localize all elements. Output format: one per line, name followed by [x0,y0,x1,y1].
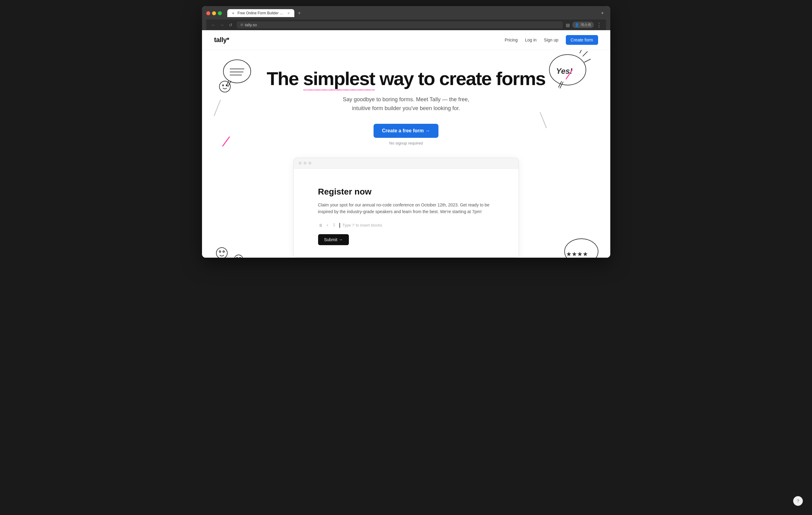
browser-window: ✳ Free Online Form Builder | Ta... ✕ + ▾… [202,6,610,258]
new-tab-button[interactable]: + [295,9,303,17]
tabs-dropdown-icon[interactable]: ▾ [599,9,606,17]
browser-more-icon[interactable]: ⋮ [596,22,602,28]
site-logo[interactable]: tally* [214,36,229,44]
create-free-form-button[interactable]: Create a free form → [374,124,438,138]
nav-buttons: ← → ↺ [210,22,234,28]
drag-icon[interactable]: ⠿ [331,223,337,228]
address-text: tally.so [245,23,257,27]
form-dot-3 [308,162,311,165]
minimize-button[interactable] [212,11,216,15]
text-cursor [340,223,340,228]
hero-content: The simplest way to create forms Say goo… [202,50,610,158]
form-preview-description: Claim your spot for our annual no-code c… [318,201,494,215]
address-icon: ⊞ [240,23,243,27]
nav-links: Pricing Log in Sign up Create form [504,35,598,45]
form-editor-icons: 🗑 + ⠿ [318,223,337,228]
close-button[interactable] [206,11,210,15]
forward-button[interactable]: → [219,22,225,28]
hero-section: Yes! [202,50,610,258]
hero-subtitle: Say goodbye to boring forms. Meet Tally … [214,95,598,113]
pricing-link[interactable]: Pricing [504,37,518,43]
delete-icon[interactable]: 🗑 [318,223,324,228]
tab-bar: ✳ Free Online Form Builder | Ta... ✕ + [227,9,596,17]
tab-favicon-icon: ✳ [231,11,235,15]
create-form-nav-button[interactable]: Create form [566,35,598,45]
site-nav: tally* Pricing Log in Sign up Create for… [202,30,610,50]
form-dot-2 [303,162,307,165]
hero-title: The simplest way to create forms [214,68,598,89]
hero-subtitle-line1: Say goodbye to boring forms. Meet Tally … [343,97,469,103]
sidebar-toggle-icon[interactable]: ▤ [566,23,570,27]
add-block-icon[interactable]: + [325,223,330,228]
hero-cta-area: Create a free form → No signup required [214,124,598,145]
signup-link[interactable]: Sign up [544,37,558,43]
tab-title: Free Online Form Builder | Ta... [238,11,284,15]
browser-tab-active[interactable]: ✳ Free Online Form Builder | Ta... ✕ [227,9,294,17]
form-submit-button[interactable]: Submit → [318,234,349,245]
browser-addressbar: ← → ↺ ⊞ tally.so ▤ 👤 게스트 ⋮ [206,20,606,30]
form-editor-row: 🗑 + ⠿ Type '/' to insert blocks [318,223,494,228]
form-preview-title: Register now [318,187,494,197]
form-preview-wrapper: Register now Claim your spot for our ann… [202,158,610,258]
insert-hint: Type '/' to insert blocks [343,223,382,227]
hero-subtitle-line2: intuitive form builder you've been looki… [352,105,460,111]
form-preview-titlebar [294,158,519,169]
form-preview: Register now Claim your spot for our ann… [293,158,519,258]
help-button[interactable]: ? [793,496,803,506]
hero-title-underline: simplest [303,68,375,89]
profile-icon: 👤 [575,23,579,27]
back-button[interactable]: ← [210,22,216,28]
tab-close-icon[interactable]: ✕ [286,11,291,15]
form-dot-1 [298,162,302,165]
login-link[interactable]: Log in [525,37,536,43]
profile-button[interactable]: 👤 게스트 [572,22,594,28]
page-content: tally* Pricing Log in Sign up Create for… [202,30,610,258]
reload-button[interactable]: ↺ [228,22,234,28]
maximize-button[interactable] [218,11,222,15]
browser-actions: ▤ 👤 게스트 ⋮ [566,22,602,28]
cta-note: No signup required [389,141,423,145]
form-preview-body: Register now Claim your spot for our ann… [294,169,519,258]
browser-titlebar: ✳ Free Online Form Builder | Ta... ✕ + ▾… [202,6,610,30]
profile-label: 게스트 [580,22,591,27]
address-bar[interactable]: ⊞ tally.so [237,21,563,28]
traffic-lights [206,11,222,15]
